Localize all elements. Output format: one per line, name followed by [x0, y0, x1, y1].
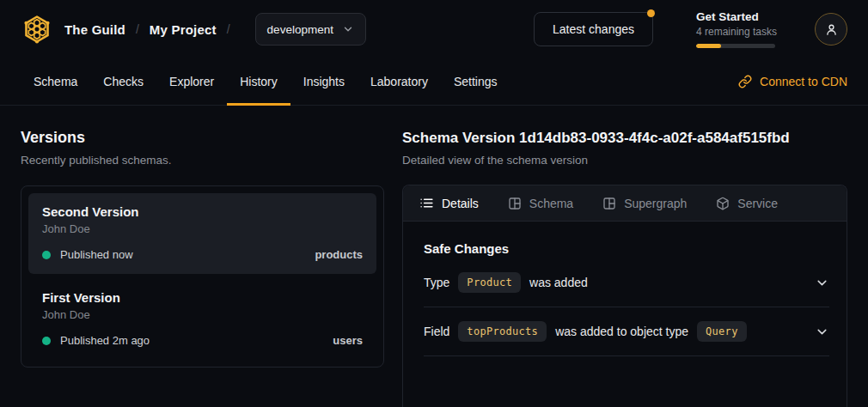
- tab-schema-view-label: Schema: [529, 197, 573, 210]
- get-started-widget[interactable]: Get Started 4 remaining tasks: [696, 10, 775, 48]
- tab-schema-view[interactable]: Schema: [508, 197, 573, 210]
- connect-to-cdn-label: Connect to CDN: [760, 75, 847, 88]
- connect-to-cdn-link[interactable]: Connect to CDN: [738, 58, 847, 105]
- person-icon: [824, 22, 839, 37]
- expand-change-button[interactable]: [815, 276, 829, 290]
- version-list-item[interactable]: First Version John Doe Published 2m ago …: [28, 279, 376, 360]
- get-started-subtitle: 4 remaining tasks: [696, 26, 775, 38]
- detail-body: Safe Changes Type Product was added Fiel…: [403, 241, 847, 356]
- change-row[interactable]: Field topProducts was added to object ty…: [424, 307, 829, 356]
- app-header: The Guild / My Project / development Lat…: [0, 0, 868, 58]
- service-name-badge: users: [333, 334, 363, 347]
- expand-change-button[interactable]: [815, 325, 829, 339]
- tab-details-label: Details: [442, 197, 479, 210]
- tab-checks[interactable]: Checks: [90, 58, 156, 105]
- service-name-badge: products: [315, 248, 363, 261]
- tab-supergraph[interactable]: Supergraph: [602, 197, 687, 210]
- get-started-progress-track: [696, 44, 775, 48]
- schema-version-card: Details Schema Supergraph: [402, 185, 847, 407]
- version-list-item[interactable]: Second Version John Doe Published now pr…: [28, 193, 376, 274]
- chevron-down-icon: [815, 325, 829, 339]
- versions-panel: Versions Recently published schemas. Sec…: [21, 118, 384, 407]
- version-name: Second Version: [42, 204, 363, 219]
- latest-changes-button[interactable]: Latest changes: [534, 12, 653, 46]
- tab-supergraph-label: Supergraph: [624, 197, 687, 210]
- tab-schema[interactable]: Schema: [21, 58, 90, 105]
- guild-logo-icon[interactable]: [21, 13, 53, 46]
- tab-history[interactable]: History: [227, 58, 290, 105]
- change-row[interactable]: Type Product was added: [424, 258, 829, 307]
- versions-title: Versions: [21, 129, 384, 147]
- versions-subtitle: Recently published schemas.: [21, 154, 384, 167]
- published-status-dot: [42, 337, 51, 345]
- change-code-chip: topProducts: [458, 321, 547, 342]
- change-prefix: Field: [424, 325, 449, 338]
- chevron-down-icon: [815, 276, 829, 290]
- change-suffix: was added: [529, 276, 588, 289]
- version-author: John Doe: [42, 308, 363, 321]
- schema-version-title: Schema Version 1d14db83-0933-4f4c-a02f-a…: [402, 130, 847, 147]
- change-code-chip: Query: [697, 321, 747, 342]
- breadcrumb-separator: /: [227, 22, 230, 36]
- get-started-title: Get Started: [696, 10, 775, 23]
- environment-selector[interactable]: development: [255, 13, 366, 46]
- tab-settings[interactable]: Settings: [441, 58, 510, 105]
- panels-icon: [508, 197, 522, 210]
- published-label: Published 2m ago: [60, 334, 150, 347]
- main-nav: Schema Checks Explorer History Insights …: [0, 58, 868, 106]
- schema-version-subtitle: Detailed view of the schema version: [402, 154, 847, 167]
- tab-laboratory[interactable]: Laboratory: [358, 58, 441, 105]
- environment-selector-value: development: [267, 23, 333, 36]
- link-icon: [738, 75, 752, 88]
- header-right: Latest changes Get Started 4 remaining t…: [534, 10, 847, 48]
- tab-insights[interactable]: Insights: [290, 58, 358, 105]
- version-meta: Published now products: [42, 248, 363, 261]
- change-suffix: was added to object type: [555, 325, 688, 338]
- change-prefix: Type: [424, 276, 449, 289]
- list-icon: [419, 196, 434, 210]
- org-name[interactable]: The Guild: [64, 22, 125, 37]
- tab-service[interactable]: Service: [716, 197, 778, 210]
- schema-version-panel: Schema Version 1d14db83-0933-4f4c-a02f-a…: [402, 118, 847, 407]
- version-name: First Version: [42, 290, 363, 305]
- version-author: John Doe: [42, 222, 363, 235]
- panels-icon: [602, 197, 616, 210]
- change-code-chip: Product: [458, 272, 521, 293]
- tab-details[interactable]: Details: [419, 196, 479, 210]
- latest-changes-label: Latest changes: [553, 22, 634, 36]
- breadcrumb-separator: /: [136, 22, 139, 36]
- main-content: Versions Recently published schemas. Sec…: [0, 106, 868, 407]
- published-status-dot: [42, 251, 51, 259]
- project-name[interactable]: My Project: [150, 22, 217, 37]
- safe-changes-title: Safe Changes: [424, 241, 829, 256]
- user-avatar[interactable]: [815, 13, 847, 46]
- chevron-down-icon: [342, 23, 354, 35]
- detail-tab-bar: Details Schema Supergraph: [403, 185, 847, 222]
- cube-icon: [716, 197, 730, 210]
- notification-dot: [647, 9, 655, 17]
- version-meta: Published 2m ago users: [42, 334, 363, 347]
- versions-list: Second Version John Doe Published now pr…: [21, 185, 384, 368]
- progress-fill: [696, 44, 721, 48]
- tab-explorer[interactable]: Explorer: [156, 58, 227, 105]
- tab-service-label: Service: [737, 197, 778, 210]
- published-label: Published now: [60, 248, 133, 261]
